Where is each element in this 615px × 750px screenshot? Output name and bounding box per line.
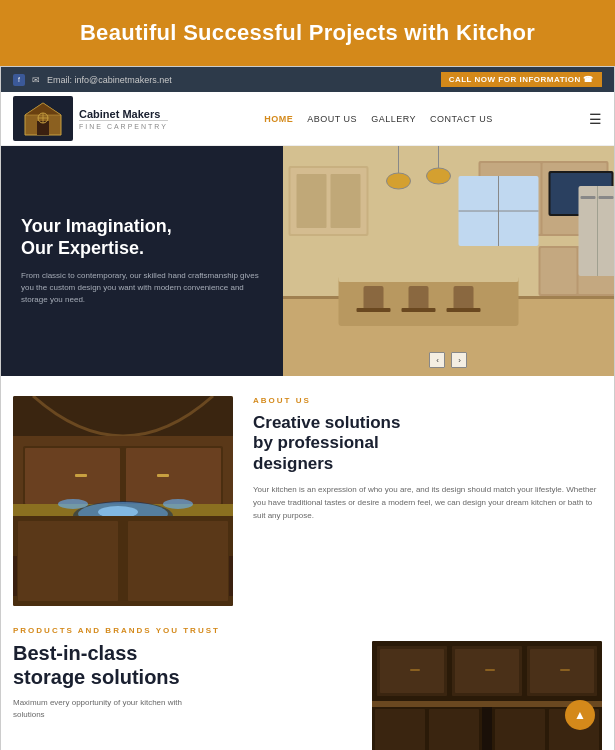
logo-text-block: Cabinet Makers FINE CARPENTRY <box>79 108 168 130</box>
carousel-next-button[interactable]: › <box>451 352 467 368</box>
svg-point-53 <box>58 499 88 509</box>
svg-rect-56 <box>229 556 233 596</box>
kitchen-image <box>283 146 614 376</box>
svg-rect-67 <box>485 669 495 671</box>
svg-rect-36 <box>578 186 614 276</box>
carousel-prev-button[interactable]: ‹ <box>429 352 445 368</box>
svg-rect-55 <box>13 556 17 596</box>
products-section: PRODUCTS AND BRANDS YOU TRUST Best-in-cl… <box>1 626 614 750</box>
about-image <box>13 396 233 606</box>
email-icon: ✉ <box>32 75 40 85</box>
hero-banner: Beautiful Successful Projects with Kitch… <box>0 0 615 66</box>
products-description: Maximum every opportunity of your kitche… <box>13 697 213 721</box>
svg-point-54 <box>163 499 193 509</box>
svg-rect-52 <box>128 521 228 601</box>
svg-rect-43 <box>126 448 221 504</box>
hero-banner-title: Beautiful Successful Projects with Kitch… <box>40 20 575 46</box>
nav-links: HOME ABOUT US GALLERY CONTACT US <box>264 114 492 124</box>
svg-rect-17 <box>338 274 518 282</box>
svg-point-25 <box>386 173 410 189</box>
call-now-button[interactable]: CALL NOW FOR INFORMATION ☎ <box>441 72 602 87</box>
hamburger-menu[interactable]: ☰ <box>589 111 602 127</box>
carousel-controls: ‹ › <box>429 352 467 368</box>
hero-right-panel: ‹ › <box>283 146 614 376</box>
logo-name: Cabinet Makers <box>79 108 168 120</box>
hero-left-panel: Your Imagination, Our Expertise. From cl… <box>1 146 283 376</box>
svg-rect-68 <box>560 669 570 671</box>
svg-rect-39 <box>598 196 613 199</box>
svg-rect-72 <box>429 709 479 750</box>
svg-rect-21 <box>401 308 435 312</box>
about-section: ABOUT US Creative solutions by professio… <box>1 376 614 626</box>
facebook-icon[interactable]: f <box>13 74 25 86</box>
about-content: ABOUT US Creative solutions by professio… <box>253 396 602 523</box>
products-section-label: PRODUCTS AND BRANDS YOU TRUST <box>13 626 602 635</box>
svg-rect-45 <box>157 474 169 477</box>
hero-heading: Your Imagination, Our Expertise. <box>21 216 263 259</box>
nav-gallery[interactable]: GALLERY <box>371 114 416 124</box>
svg-rect-23 <box>446 308 480 312</box>
svg-rect-38 <box>580 196 595 199</box>
svg-rect-11 <box>296 174 326 228</box>
svg-rect-42 <box>25 448 120 504</box>
svg-rect-22 <box>453 286 473 311</box>
svg-rect-51 <box>18 521 118 601</box>
nav-home[interactable]: HOME <box>264 114 293 124</box>
nav-bar: Cabinet Makers FINE CARPENTRY HOME ABOUT… <box>1 92 614 146</box>
svg-rect-44 <box>75 474 87 477</box>
svg-rect-66 <box>410 669 420 671</box>
svg-point-27 <box>426 168 450 184</box>
nav-contact[interactable]: CONTACT US <box>430 114 493 124</box>
about-description: Your kitchen is an expression of who you… <box>253 484 602 522</box>
about-title: Creative solutions by professional desig… <box>253 413 602 474</box>
svg-rect-71 <box>375 709 425 750</box>
products-title: Best-in-class storage solutions <box>13 641 213 689</box>
svg-rect-18 <box>363 286 383 311</box>
email-label: Email: info@cabinetmakers.net <box>47 75 172 85</box>
svg-rect-12 <box>330 174 360 228</box>
nav-about[interactable]: ABOUT US <box>307 114 357 124</box>
products-image <box>372 641 602 750</box>
logo-icon <box>13 96 73 141</box>
svg-rect-34 <box>540 248 576 294</box>
top-bar: f ✉ Email: info@cabinetmakers.net CALL N… <box>1 67 614 92</box>
logo-sub: FINE CARPENTRY <box>79 120 168 130</box>
svg-rect-19 <box>356 308 390 312</box>
products-text: Best-in-class storage solutions Maximum … <box>13 641 360 750</box>
hero-section: Your Imagination, Our Expertise. From cl… <box>1 146 614 376</box>
site-frame: f ✉ Email: info@cabinetmakers.net CALL N… <box>0 66 615 750</box>
about-section-label: ABOUT US <box>253 396 602 405</box>
products-bottom: Best-in-class storage solutions Maximum … <box>13 641 602 750</box>
nav-logo: Cabinet Makers FINE CARPENTRY <box>13 96 168 141</box>
svg-rect-20 <box>408 286 428 311</box>
svg-rect-73 <box>495 709 545 750</box>
top-bar-left: f ✉ Email: info@cabinetmakers.net <box>13 74 172 86</box>
scroll-to-top-button[interactable]: ▲ <box>565 700 595 730</box>
hero-description: From classic to contemporary, our skille… <box>21 270 263 306</box>
